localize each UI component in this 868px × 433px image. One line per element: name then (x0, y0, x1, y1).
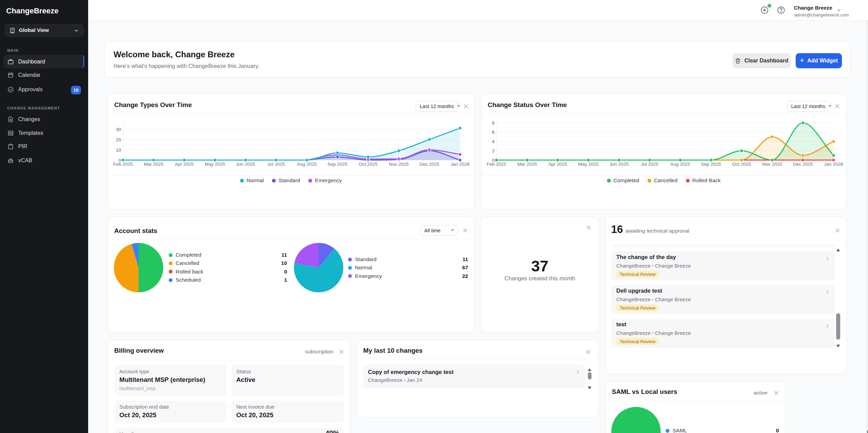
svg-text:Nov 2025: Nov 2025 (762, 162, 782, 167)
svg-text:8: 8 (492, 120, 495, 126)
svg-text:May 2025: May 2025 (205, 162, 225, 167)
svg-text:Aug 2025: Aug 2025 (297, 162, 317, 167)
svg-text:Jun 2025: Jun 2025 (609, 162, 629, 167)
svg-text:Feb 2025: Feb 2025 (487, 162, 506, 167)
svg-text:Nov 2025: Nov 2025 (389, 162, 409, 167)
svg-text:30: 30 (116, 127, 121, 132)
svg-text:Sep 2025: Sep 2025 (328, 162, 347, 167)
svg-text:Jun 2025: Jun 2025 (236, 162, 255, 167)
svg-text:Oct 2025: Oct 2025 (732, 162, 751, 167)
svg-text:6: 6 (492, 130, 495, 135)
svg-text:20: 20 (116, 137, 121, 142)
svg-text:Jan 2026: Jan 2026 (824, 162, 843, 167)
svg-text:4: 4 (492, 139, 495, 144)
svg-text:2: 2 (492, 148, 495, 153)
svg-text:May 2025: May 2025 (578, 162, 598, 167)
svg-text:Aug 2025: Aug 2025 (670, 162, 690, 167)
svg-text:Dec 2025: Dec 2025 (419, 162, 439, 167)
svg-text:Mar 2025: Mar 2025 (144, 162, 163, 167)
svg-text:Jul 2025: Jul 2025 (641, 162, 658, 167)
svg-text:Sep 2025: Sep 2025 (701, 162, 721, 167)
svg-text:Mar 2025: Mar 2025 (517, 162, 537, 167)
svg-text:Oct 2025: Oct 2025 (359, 162, 378, 167)
svg-text:Jul 2025: Jul 2025 (267, 162, 285, 167)
svg-text:Apr 2025: Apr 2025 (548, 162, 567, 167)
svg-text:Jan 2026: Jan 2026 (451, 162, 470, 167)
svg-text:Apr 2025: Apr 2025 (175, 162, 194, 167)
svg-text:10: 10 (116, 148, 121, 153)
svg-text:Feb 2025: Feb 2025 (113, 162, 133, 167)
svg-text:Dec 2025: Dec 2025 (793, 162, 813, 167)
